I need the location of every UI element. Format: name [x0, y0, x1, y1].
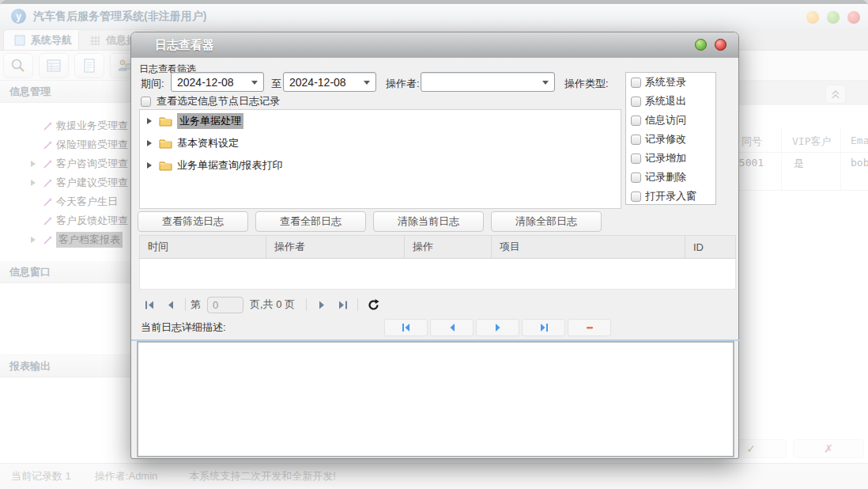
operator-label: 操作者: [386, 77, 420, 91]
checkbox[interactable] [631, 97, 641, 107]
chevron-down-icon [364, 81, 370, 85]
detail-description-textarea[interactable] [137, 341, 734, 457]
folder-icon [159, 138, 172, 149]
dialog-action-bar: 查看筛选日志 查看全部日志 清除当前日志 清除全部日志 [138, 211, 602, 232]
page-number-input[interactable] [207, 297, 243, 313]
col-id[interactable]: ID [685, 236, 735, 258]
checkbox[interactable] [141, 97, 151, 107]
expand-arrow-icon[interactable] [146, 139, 153, 147]
clear-current-logs-button[interactable]: 清除当前日志 [373, 211, 484, 232]
detail-next-button[interactable] [476, 319, 519, 336]
log-node-tree: 业务单据处理 基本资料设定 业务单据查询/报表打印 [139, 109, 621, 209]
application-window: y 汽车售后服务管理系统(非注册用户) 系统导航 信息操作 [0, 0, 868, 489]
op-type-option[interactable]: 记录删除 [626, 168, 715, 187]
last-record-icon [539, 323, 549, 332]
folder-icon [159, 160, 172, 171]
tree-node-basic-data[interactable]: 基本资料设定 [140, 132, 621, 154]
last-page-icon [338, 300, 348, 310]
detail-label: 当前日志详细描述: [141, 320, 226, 335]
dialog-title: 日志查看器 [155, 38, 214, 53]
log-pager: 第 页,共 0 页 [139, 294, 736, 316]
col-operator[interactable]: 操作者 [266, 236, 405, 258]
page-suffix: 页,共 0 页 [250, 298, 295, 312]
detail-remove-button[interactable] [568, 319, 611, 336]
op-type-label: 操作类型: [564, 77, 609, 91]
refresh-button[interactable] [363, 299, 383, 311]
col-item[interactable]: 项目 [492, 236, 685, 258]
prev-record-icon [447, 323, 457, 332]
dialog-close-button[interactable] [715, 39, 726, 51]
log-table: 时间 操作者 操作 项目 ID [139, 235, 736, 290]
checkbox[interactable] [631, 135, 641, 145]
next-page-button[interactable] [311, 300, 332, 310]
page-prefix: 第 [191, 298, 201, 312]
checkbox[interactable] [631, 191, 641, 202]
last-page-button[interactable] [332, 300, 353, 310]
op-type-option[interactable]: 打开录入窗 [626, 187, 715, 206]
op-type-option[interactable]: 系统退出 [626, 92, 715, 111]
dialog-titlebar[interactable]: 日志查看器 [131, 32, 738, 58]
op-type-option[interactable]: 记录增加 [626, 149, 715, 168]
folder-icon [159, 116, 172, 127]
dialog-minimize-button[interactable] [695, 39, 707, 51]
refresh-icon [368, 299, 379, 311]
col-operation[interactable]: 操作 [405, 236, 492, 258]
col-time[interactable]: 时间 [140, 236, 266, 258]
date-to-select[interactable]: 2024-12-08 [283, 72, 376, 92]
node-filter-label: 查看选定信息节点日志记录 [157, 94, 280, 108]
log-table-empty-row [139, 259, 736, 290]
view-all-logs-button[interactable]: 查看全部日志 [255, 211, 366, 232]
detail-first-button[interactable] [384, 319, 428, 336]
next-record-icon [493, 323, 503, 332]
tree-node-query-report[interactable]: 业务单据查询/报表打印 [140, 154, 621, 176]
view-filtered-logs-button[interactable]: 查看筛选日志 [138, 211, 248, 232]
first-page-icon [145, 300, 155, 310]
first-record-icon [402, 323, 411, 332]
next-page-icon [317, 300, 327, 310]
expand-arrow-icon[interactable] [146, 117, 153, 125]
checkbox[interactable] [631, 78, 641, 88]
tree-node-business-docs[interactable]: 业务单据处理 [140, 110, 621, 132]
detail-header-row: 当前日志详细描述: [131, 317, 740, 338]
detail-prev-button[interactable] [430, 319, 474, 336]
first-page-button[interactable] [139, 300, 160, 310]
minus-icon [585, 323, 594, 332]
log-viewer-dialog: 日志查看器 日志查看筛选 期间: 2024-12-08 至 2024-12-08… [130, 32, 739, 459]
date-from-value: 2024-12-08 [177, 76, 234, 89]
date-from-select[interactable]: 2024-12-08 [171, 72, 264, 92]
checkbox[interactable] [631, 172, 641, 183]
prev-page-button[interactable] [160, 300, 180, 310]
period-label: 期间: [141, 77, 164, 91]
op-type-option[interactable]: 记录修改 [626, 130, 715, 149]
op-type-listbox: 系统登录 系统退出 信息访问 记录修改 记录增加 记录删除 打开录入窗 [625, 72, 716, 205]
prev-page-icon [165, 300, 175, 310]
chevron-down-icon [251, 81, 258, 85]
date-to-value: 2024-12-08 [289, 76, 346, 89]
op-type-option[interactable]: 信息访问 [626, 111, 715, 130]
clear-all-logs-button[interactable]: 清除全部日志 [491, 211, 602, 232]
checkbox[interactable] [631, 154, 641, 164]
detail-last-button[interactable] [522, 319, 565, 336]
to-label: 至 [271, 77, 281, 91]
log-table-header: 时间 操作者 操作 项目 ID [139, 235, 736, 259]
op-type-option[interactable]: 系统登录 [626, 73, 715, 92]
node-filter-option[interactable]: 查看选定信息节点日志记录 [141, 94, 280, 108]
expand-arrow-icon[interactable] [146, 161, 153, 169]
operator-select[interactable] [421, 72, 555, 92]
checkbox[interactable] [631, 116, 641, 126]
chevron-down-icon [542, 81, 549, 85]
